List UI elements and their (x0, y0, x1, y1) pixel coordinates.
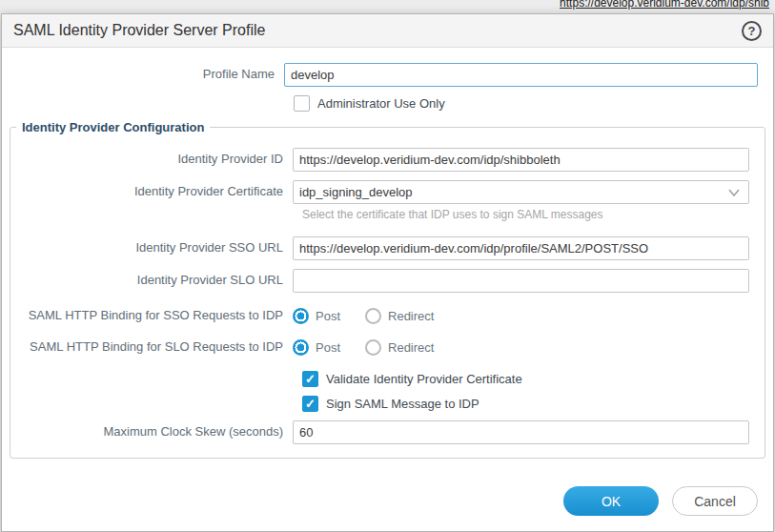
admin-use-only-row: Administrator Use Only (294, 95, 773, 112)
validate-cert-checkbox[interactable]: ✓ (302, 371, 318, 387)
sign-saml-label: Sign SAML Message to IDP (326, 397, 479, 411)
idp-id-input[interactable] (293, 148, 749, 172)
slo-binding-redirect-option[interactable]: Redirect (365, 339, 434, 356)
check-icon: ✓ (305, 398, 316, 410)
radio-unselected-icon[interactable] (365, 339, 381, 356)
dialog-header: SAML Identity Provider Server Profile ? (2, 14, 773, 48)
section-legend: Identity Provider Configuration (16, 120, 210, 134)
idp-certificate-dropdown[interactable]: idp_signing_develop (293, 180, 749, 204)
chevron-down-icon (727, 188, 741, 197)
sign-saml-checkbox[interactable]: ✓ (302, 396, 318, 412)
admin-use-only-checkbox[interactable] (294, 95, 310, 112)
identity-provider-configuration-section: Identity Provider Configuration Identity… (10, 120, 765, 459)
slo-binding-redirect-label: Redirect (388, 340, 434, 355)
sso-binding-redirect-option[interactable]: Redirect (365, 308, 434, 324)
idp-id-label: Identity Provider ID (10, 152, 293, 168)
validate-cert-row: ✓ Validate Identity Provider Certificate (302, 371, 765, 387)
slo-binding-radio-group: Post Redirect (293, 339, 434, 356)
radio-unselected-icon[interactable] (365, 308, 381, 324)
cancel-button[interactable]: Cancel (672, 486, 758, 516)
slo-binding-post-label: Post (316, 340, 340, 355)
sso-binding-row: SAML HTTP Binding for SSO Requests to ID… (10, 308, 765, 324)
idp-id-row: Identity Provider ID (10, 148, 765, 172)
slo-binding-post-option[interactable]: Post (293, 339, 340, 356)
profile-name-row: Profile Name (2, 63, 773, 87)
clock-skew-input[interactable] (293, 420, 749, 444)
sign-saml-row: ✓ Sign SAML Message to IDP (302, 396, 765, 412)
sso-url-row: Identity Provider SSO URL (10, 236, 765, 260)
slo-binding-row: SAML HTTP Binding for SLO Requests to ID… (10, 339, 765, 356)
profile-name-label: Profile Name (2, 67, 284, 83)
idp-certificate-value: idp_signing_develop (299, 185, 413, 199)
background-page-url: https://develop.veridium-dev.com/idp/shi… (560, 0, 769, 10)
sso-url-input[interactable] (293, 236, 749, 260)
radio-selected-icon[interactable] (293, 308, 309, 324)
slo-binding-label: SAML HTTP Binding for SLO Requests to ID… (10, 339, 293, 356)
sso-binding-post-label: Post (316, 309, 340, 323)
dialog-body: Profile Name Administrator Use Only Iden… (2, 48, 773, 531)
slo-url-input[interactable] (293, 269, 749, 293)
sso-binding-redirect-label: Redirect (388, 309, 434, 323)
profile-name-input[interactable] (284, 63, 758, 87)
dialog-title: SAML Identity Provider Server Profile (13, 22, 265, 39)
saml-idp-profile-dialog: SAML Identity Provider Server Profile ? … (1, 13, 774, 532)
radio-selected-icon[interactable] (293, 339, 309, 356)
sso-binding-label: SAML HTTP Binding for SSO Requests to ID… (10, 308, 293, 324)
clock-skew-row: Maximum Clock Skew (seconds) (10, 420, 765, 444)
dialog-footer: OK Cancel (563, 486, 758, 516)
clock-skew-label: Maximum Clock Skew (seconds) (10, 424, 293, 440)
ok-button[interactable]: OK (563, 486, 659, 516)
idp-certificate-help-text: Select the certificate that IDP uses to … (302, 208, 749, 221)
idp-certificate-label: Identity Provider Certificate (10, 184, 293, 200)
sso-binding-post-option[interactable]: Post (293, 308, 340, 324)
help-icon[interactable]: ? (742, 21, 762, 41)
sso-url-label: Identity Provider SSO URL (10, 240, 293, 256)
check-icon: ✓ (305, 373, 316, 385)
idp-certificate-row: Identity Provider Certificate idp_signin… (10, 180, 765, 204)
slo-url-label: Identity Provider SLO URL (10, 273, 293, 289)
sso-binding-radio-group: Post Redirect (293, 308, 434, 324)
admin-use-only-label: Administrator Use Only (317, 96, 445, 111)
validate-cert-label: Validate Identity Provider Certificate (326, 372, 522, 386)
slo-url-row: Identity Provider SLO URL (10, 269, 765, 293)
